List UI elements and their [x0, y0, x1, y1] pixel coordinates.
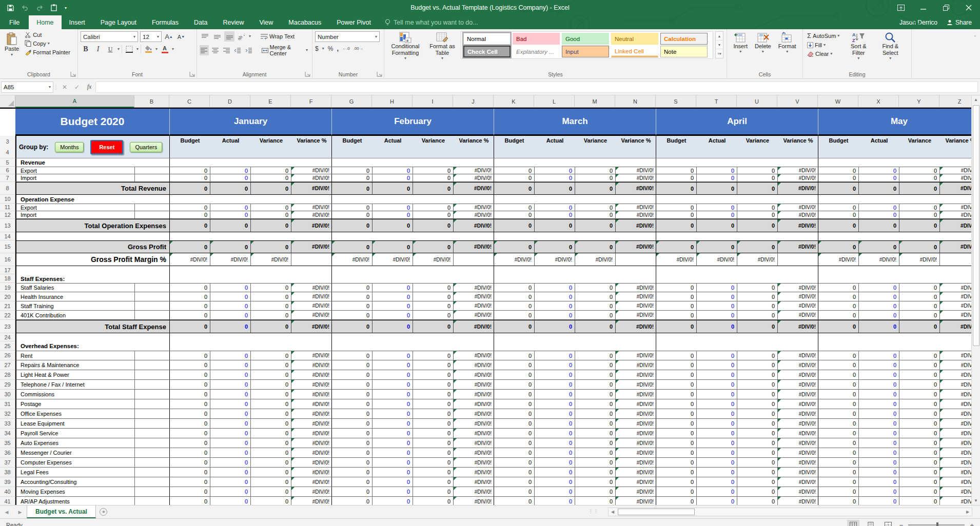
- grid-cell[interactable]: 0: [697, 370, 737, 380]
- grid-cell[interactable]: 0: [859, 183, 899, 194]
- grid-cell[interactable]: 0: [737, 167, 778, 174]
- grid-cell[interactable]: #DIV/0!: [778, 429, 818, 438]
- grid-cell[interactable]: 0: [737, 380, 778, 390]
- grid-cell[interactable]: 0: [170, 360, 210, 370]
- grid-cell[interactable]: [134, 409, 169, 419]
- grid-cell[interactable]: 0: [656, 167, 697, 174]
- subheader-cell-budget[interactable]: Budget: [332, 136, 373, 158]
- grid-cell[interactable]: 0: [210, 419, 251, 429]
- grid-cell[interactable]: #DIV/0!: [818, 253, 859, 266]
- style-chip-check-cell[interactable]: Check Cell: [463, 46, 511, 57]
- grid-cell[interactable]: [134, 477, 169, 487]
- grid-cell[interactable]: #DIV/0!: [616, 360, 656, 370]
- grid-cell[interactable]: #DIV/0!: [494, 253, 535, 266]
- grid-cell[interactable]: [616, 253, 656, 266]
- grid-cell[interactable]: 0: [413, 390, 454, 399]
- grid-cell[interactable]: [134, 301, 169, 311]
- row-label-cell[interactable]: Total Staff Expense: [15, 320, 169, 333]
- grid-cell[interactable]: 0: [251, 399, 291, 409]
- align-right-icon[interactable]: [222, 45, 231, 55]
- grid-cell[interactable]: 0: [575, 370, 616, 380]
- grid-cell[interactable]: 0: [494, 320, 535, 333]
- grid-cell[interactable]: 0: [210, 211, 251, 219]
- grid-cell[interactable]: 0: [210, 204, 251, 211]
- grid-cell[interactable]: 0: [494, 497, 535, 505]
- select-all-corner[interactable]: [0, 95, 15, 108]
- row-header-35[interactable]: 35: [0, 438, 15, 448]
- grid-cell[interactable]: 0: [575, 458, 616, 468]
- grid-cell[interactable]: 0: [373, 409, 413, 419]
- row-header-19[interactable]: 19: [0, 283, 15, 292]
- grid-cell[interactable]: 0: [535, 399, 575, 409]
- style-chip-normal[interactable]: Normal: [463, 33, 511, 45]
- grid-cell[interactable]: 0: [697, 380, 737, 390]
- cancel-icon[interactable]: ✕: [58, 84, 71, 91]
- grid-cell[interactable]: 0: [413, 174, 454, 182]
- formula-input[interactable]: [95, 82, 978, 93]
- font-size-select[interactable]: 12 ▾: [140, 31, 162, 42]
- grid-cell[interactable]: #DIV/0!: [778, 409, 818, 419]
- dialog-launcher-icon[interactable]: [305, 71, 310, 77]
- grid-cell[interactable]: 0: [373, 219, 413, 232]
- dialog-launcher-icon[interactable]: [189, 71, 195, 77]
- column-header-B[interactable]: B: [134, 95, 169, 108]
- grid-cell[interactable]: 0: [373, 204, 413, 211]
- row-label-cell[interactable]: Telephone / Fax / Internet: [15, 380, 134, 390]
- grid-cell[interactable]: 0: [697, 487, 737, 497]
- grid-cell[interactable]: 0: [737, 283, 778, 292]
- grid-cell[interactable]: 0: [818, 183, 859, 194]
- column-header-T[interactable]: T: [696, 95, 737, 108]
- row-header-16[interactable]: 16: [0, 253, 15, 266]
- grid-cell[interactable]: 0: [535, 211, 575, 219]
- grid-cell[interactable]: 0: [170, 380, 210, 390]
- row-header-6[interactable]: 6: [0, 167, 15, 174]
- grid-cell[interactable]: 0: [899, 241, 940, 253]
- grid-cell[interactable]: 0: [899, 497, 940, 505]
- grid-cell[interactable]: 0: [575, 174, 616, 182]
- number-format-select[interactable]: Number ▾: [315, 31, 380, 42]
- row-header[interactable]: 34: [0, 136, 15, 158]
- row-label-cell[interactable]: Export: [15, 204, 134, 211]
- grid-cell[interactable]: #DIV/0!: [454, 497, 494, 505]
- grid-cell[interactable]: 0: [251, 448, 291, 458]
- grid-cell[interactable]: 0: [535, 390, 575, 399]
- grid-cell[interactable]: 0: [656, 204, 697, 211]
- zoom-out-icon[interactable]: −: [899, 521, 904, 526]
- row-label-cell[interactable]: AR/AP Adjustments: [15, 497, 134, 505]
- subheader-cell-budget[interactable]: Budget: [656, 136, 697, 158]
- grid-cell[interactable]: [134, 204, 169, 211]
- chevron-down-icon[interactable]: ▾: [249, 34, 251, 38]
- grid-cell[interactable]: 0: [251, 458, 291, 468]
- grid-cell[interactable]: 0: [494, 448, 535, 458]
- grid-cell[interactable]: #DIV/0!: [616, 204, 656, 211]
- grid-cell[interactable]: 0: [170, 183, 210, 194]
- grid-cell[interactable]: 0: [170, 390, 210, 399]
- grid-cell[interactable]: #DIV/0!: [291, 380, 331, 390]
- grid-cell[interactable]: 0: [737, 429, 778, 438]
- grid-cell[interactable]: 0: [170, 167, 210, 174]
- row-label-cell[interactable]: Office Expenses: [15, 409, 134, 419]
- grid-cell[interactable]: 0: [535, 438, 575, 448]
- vertical-scrollbar[interactable]: ▲ ▼: [971, 95, 980, 505]
- sheet-title-cell[interactable]: Budget 2020: [15, 109, 169, 136]
- grid-cell[interactable]: 0: [494, 204, 535, 211]
- grid-cell[interactable]: #DIV/0!: [291, 219, 331, 232]
- grid-cell[interactable]: 0: [210, 183, 251, 194]
- gallery-expand-icon[interactable]: ≡▾: [716, 49, 723, 58]
- subheader-cell-budget[interactable]: Budget: [494, 136, 535, 158]
- grid-cell[interactable]: [134, 167, 169, 174]
- column-header-S[interactable]: S: [656, 95, 696, 108]
- column-header-F[interactable]: F: [291, 95, 331, 108]
- grid-cell[interactable]: #DIV/0!: [291, 468, 331, 477]
- grid-cell[interactable]: 0: [494, 370, 535, 380]
- grid-cell[interactable]: 0: [697, 497, 737, 505]
- insert-cells-button[interactable]: Insert ▾: [732, 31, 749, 54]
- row-header-38[interactable]: 38: [0, 468, 15, 477]
- grid-cell[interactable]: #DIV/0!: [454, 292, 494, 301]
- grid-cell[interactable]: 0: [413, 211, 454, 219]
- grid-cell[interactable]: 0: [737, 174, 778, 182]
- style-chip-calculation[interactable]: Calculation: [660, 33, 708, 45]
- subheader-cell-variance[interactable]: Variance: [737, 136, 778, 158]
- group-reset-button[interactable]: Reset: [90, 140, 123, 154]
- subheader-cell-variance[interactable]: Variance %: [616, 136, 656, 158]
